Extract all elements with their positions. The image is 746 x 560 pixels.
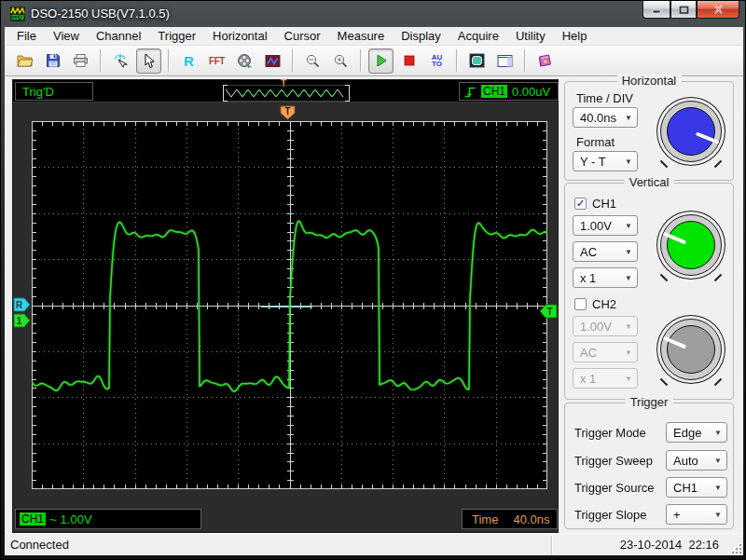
svg-text:1: 1	[17, 316, 22, 326]
app-logo-icon	[10, 7, 25, 21]
stop-button[interactable]	[396, 48, 421, 74]
menu-acquire[interactable]: Acquire	[449, 27, 507, 46]
trigger-source-label: Trigger Source	[574, 481, 655, 495]
horizontal-knob[interactable]	[660, 101, 722, 162]
waveform-icon	[265, 54, 281, 68]
menu-utility[interactable]: Utility	[507, 27, 554, 46]
printer-icon	[73, 53, 89, 68]
autoset-button[interactable]: AUTO	[424, 48, 449, 74]
maximize-button[interactable]	[670, 1, 697, 19]
ch1-volts-select[interactable]: 1.00V▼	[573, 215, 638, 236]
menu-file[interactable]: File	[8, 27, 45, 46]
format-select[interactable]: Y - T▼	[573, 151, 638, 171]
ch2-volts-select[interactable]: 1.00V▼	[573, 316, 638, 336]
chevron-down-icon: ▼	[714, 457, 722, 465]
ch2-probe-select[interactable]: x 1▼	[573, 368, 638, 389]
ch2-knob-face	[667, 325, 715, 374]
chevron-down-icon: ▼	[714, 429, 722, 437]
horizontal-knob-face	[667, 107, 715, 156]
ch1-coupling-select[interactable]: AC▼	[573, 241, 638, 262]
cursor-measure-button[interactable]	[108, 48, 133, 74]
menu-help[interactable]: Help	[554, 27, 596, 46]
reference-button[interactable]: R	[176, 48, 201, 74]
trigger-sweep-label: Trigger Sweep	[574, 454, 653, 468]
trigger-position-marker[interactable]: T	[280, 105, 296, 120]
trigger-sweep-select[interactable]: Auto▼	[666, 450, 727, 471]
ch1-probe-select[interactable]: x 1▼	[573, 267, 638, 288]
close-icon	[713, 5, 724, 14]
timebase-box: Time 40.0ns	[462, 509, 558, 529]
trigger-group-title: Trigger	[626, 395, 673, 409]
reference-r-icon: R	[184, 53, 194, 69]
open-file-button[interactable]	[12, 48, 37, 74]
menu-view[interactable]: View	[45, 27, 88, 46]
time-label: Time	[472, 512, 498, 526]
close-button[interactable]	[697, 1, 739, 19]
arrow-cursor-icon	[142, 53, 156, 69]
open-folder-icon	[17, 53, 34, 68]
waveform-view-button[interactable]	[260, 48, 285, 74]
ch1-knob-face	[667, 221, 715, 269]
app-window: DSO-2150 USB(V7.1.0.5) File View Channel…	[0, 0, 746, 560]
record-button[interactable]	[232, 48, 257, 74]
save-floppy-icon	[46, 53, 61, 68]
zoom-in-icon	[333, 53, 349, 69]
trigger-level-box: CH1 0.00uV	[459, 82, 559, 101]
fft-button[interactable]: FFT	[204, 48, 229, 74]
ch2-coupling-select[interactable]: AC▼	[573, 342, 638, 362]
ch1-coupling-symbol: ~	[49, 512, 57, 526]
film-reel-icon	[237, 53, 253, 69]
trigger-slope-value: +	[673, 508, 681, 522]
menu-channel[interactable]: Channel	[88, 27, 149, 46]
fullscreen-icon	[469, 53, 485, 68]
statusbar: Connected 23-10-2014 22:16	[5, 533, 743, 555]
print-button[interactable]	[68, 48, 93, 74]
ch2-enable-row: ✓ CH2	[574, 297, 616, 311]
toolbar-separator	[100, 49, 102, 72]
ch1-enable-row: ✓ CH1	[574, 197, 616, 211]
trigger-mode-select[interactable]: Edge▼	[666, 422, 727, 443]
trigger-slope-select[interactable]: +▼	[666, 504, 727, 525]
menu-display[interactable]: Display	[393, 27, 449, 46]
toolbar: R FFT	[5, 46, 743, 76]
preview-right-bracket	[345, 85, 350, 102]
trigger-group: Trigger Trigger Mode Edge▼ Trigger Sweep…	[564, 403, 734, 529]
ch1-settings-box: CH1 ~ 1.00V	[15, 509, 201, 529]
ch1-position-knob[interactable]	[660, 214, 722, 276]
menu-measure[interactable]: Measure	[329, 27, 394, 46]
reference-level-marker[interactable]: R	[13, 297, 31, 312]
trigger-source-value: CH1	[673, 481, 698, 495]
chevron-down-icon: ▼	[625, 375, 632, 383]
trigger-level-marker[interactable]: T	[539, 304, 558, 319]
resize-grip[interactable]	[730, 542, 741, 553]
time-div-select[interactable]: 40.0ns▼	[573, 107, 638, 128]
knob-foot	[714, 378, 722, 386]
panel-layout-button[interactable]	[492, 48, 518, 74]
ch2-checkbox[interactable]: ✓	[574, 298, 587, 310]
zoom-in-button[interactable]	[328, 48, 353, 74]
statusbar-separator	[551, 536, 553, 554]
ch2-position-knob[interactable]	[660, 319, 722, 380]
time-div-value: 40.0ns	[580, 111, 616, 125]
start-button[interactable]	[368, 48, 394, 74]
fullscreen-button[interactable]	[464, 48, 490, 74]
zoom-out-button[interactable]	[300, 48, 325, 74]
minimize-button[interactable]	[642, 1, 670, 19]
select-arrow-button[interactable]	[136, 48, 161, 74]
ch1-checkbox[interactable]: ✓	[574, 198, 587, 210]
menu-trigger[interactable]: Trigger	[149, 27, 204, 46]
ch2-volts-value: 1.00V	[580, 320, 612, 334]
chevron-down-icon: ▼	[625, 114, 632, 122]
ch1-volts-div: 1.00V	[61, 512, 92, 526]
trigger-edge-icon	[463, 84, 477, 99]
knob-foot	[714, 160, 722, 168]
save-button[interactable]	[40, 48, 65, 74]
help-button[interactable]	[532, 48, 558, 74]
record-preview[interactable]	[224, 85, 349, 102]
ch1-position-marker[interactable]: 1	[13, 313, 31, 328]
scope-grid-canvas[interactable]	[32, 121, 547, 489]
menu-horizontal[interactable]: Horizontal	[204, 27, 276, 46]
trigger-source-select[interactable]: CH1▼	[666, 477, 727, 498]
titlebar[interactable]: DSO-2150 USB(V7.1.0.5)	[1, 1, 746, 27]
menu-cursor[interactable]: Cursor	[276, 27, 329, 46]
